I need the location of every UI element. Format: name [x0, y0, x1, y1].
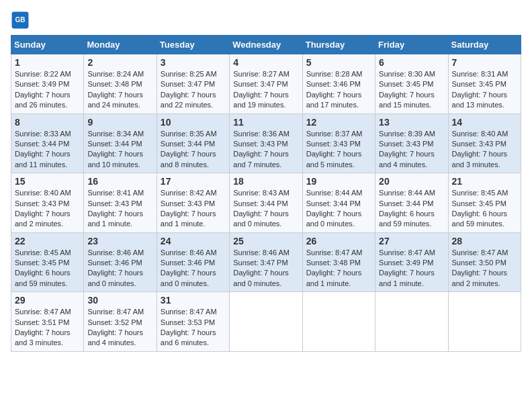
day-info: Sunrise: 8:30 AMSunset: 3:45 PMDaylight:… [379, 69, 444, 111]
day-number: 26 [306, 236, 371, 246]
day-info: Sunrise: 8:47 AMSunset: 3:50 PMDaylight:… [452, 248, 517, 289]
day-info: Sunrise: 8:31 AMSunset: 3:45 PMDaylight:… [452, 69, 517, 111]
day-cell-26: 26Sunrise: 8:47 AMSunset: 3:48 PMDayligh… [302, 232, 375, 292]
day-cell-23: 23Sunrise: 8:46 AMSunset: 3:46 PMDayligh… [84, 232, 157, 292]
day-number: 31 [161, 295, 226, 306]
day-cell-10: 10Sunrise: 8:35 AMSunset: 3:44 PMDayligh… [157, 113, 229, 173]
day-info: Sunrise: 8:37 AMSunset: 3:43 PMDaylight:… [306, 129, 371, 171]
day-cell-11: 11Sunrise: 8:36 AMSunset: 3:43 PMDayligh… [230, 113, 302, 173]
day-cell-13: 13Sunrise: 8:39 AMSunset: 3:43 PMDayligh… [375, 113, 448, 173]
day-info: Sunrise: 8:44 AMSunset: 3:44 PMDaylight:… [306, 188, 371, 230]
day-info: Sunrise: 8:44 AMSunset: 3:44 PMDaylight:… [379, 188, 444, 230]
day-cell-31: 31Sunrise: 8:47 AMSunset: 3:53 PMDayligh… [157, 292, 229, 352]
day-info: Sunrise: 8:27 AMSunset: 3:47 PMDaylight:… [233, 69, 298, 111]
day-number: 30 [87, 295, 152, 306]
day-number: 19 [306, 176, 371, 187]
day-info: Sunrise: 8:45 AMSunset: 3:45 PMDaylight:… [452, 188, 517, 230]
day-cell-2: 2Sunrise: 8:24 AMSunset: 3:48 PMDaylight… [84, 54, 157, 114]
day-info: Sunrise: 8:45 AMSunset: 3:45 PMDaylight:… [15, 248, 80, 289]
day-number: 18 [233, 176, 298, 187]
day-number: 11 [233, 117, 298, 128]
week-row-2: 8Sunrise: 8:33 AMSunset: 3:44 PMDaylight… [11, 113, 521, 173]
day-cell-29: 29Sunrise: 8:47 AMSunset: 3:51 PMDayligh… [11, 292, 84, 352]
day-info: Sunrise: 8:35 AMSunset: 3:44 PMDaylight:… [161, 129, 226, 171]
day-number: 28 [452, 236, 517, 246]
day-info: Sunrise: 8:46 AMSunset: 3:47 PMDaylight:… [233, 248, 298, 289]
week-row-3: 15Sunrise: 8:40 AMSunset: 3:43 PMDayligh… [11, 173, 521, 233]
day-number: 15 [15, 176, 80, 187]
day-cell-9: 9Sunrise: 8:34 AMSunset: 3:44 PMDaylight… [84, 113, 157, 173]
day-number: 2 [87, 57, 152, 68]
empty-cell [448, 292, 521, 352]
empty-cell [230, 292, 302, 352]
column-header-wednesday: Wednesday [230, 36, 302, 54]
day-number: 16 [87, 176, 152, 187]
day-cell-18: 18Sunrise: 8:43 AMSunset: 3:44 PMDayligh… [230, 173, 302, 233]
column-header-thursday: Thursday [302, 36, 375, 54]
day-info: Sunrise: 8:33 AMSunset: 3:44 PMDaylight:… [15, 129, 80, 171]
day-cell-28: 28Sunrise: 8:47 AMSunset: 3:50 PMDayligh… [448, 232, 521, 292]
day-number: 20 [379, 176, 444, 187]
day-number: 4 [233, 57, 298, 68]
day-cell-7: 7Sunrise: 8:31 AMSunset: 3:45 PMDaylight… [448, 54, 521, 114]
day-cell-14: 14Sunrise: 8:40 AMSunset: 3:43 PMDayligh… [448, 113, 521, 173]
day-cell-19: 19Sunrise: 8:44 AMSunset: 3:44 PMDayligh… [302, 173, 375, 233]
day-cell-6: 6Sunrise: 8:30 AMSunset: 3:45 PMDaylight… [375, 54, 448, 114]
logo: GB [11, 11, 32, 30]
calendar-table: SundayMondayTuesdayWednesdayThursdayFrid… [11, 35, 521, 352]
header-row: SundayMondayTuesdayWednesdayThursdayFrid… [11, 36, 521, 54]
day-cell-4: 4Sunrise: 8:27 AMSunset: 3:47 PMDaylight… [230, 54, 302, 114]
day-info: Sunrise: 8:43 AMSunset: 3:44 PMDaylight:… [233, 188, 298, 230]
day-cell-12: 12Sunrise: 8:37 AMSunset: 3:43 PMDayligh… [302, 113, 375, 173]
column-header-sunday: Sunday [11, 36, 84, 54]
column-header-monday: Monday [84, 36, 157, 54]
day-cell-3: 3Sunrise: 8:25 AMSunset: 3:47 PMDaylight… [157, 54, 229, 114]
day-cell-17: 17Sunrise: 8:42 AMSunset: 3:43 PMDayligh… [157, 173, 229, 233]
day-number: 25 [233, 236, 298, 246]
day-cell-21: 21Sunrise: 8:45 AMSunset: 3:45 PMDayligh… [448, 173, 521, 233]
day-cell-25: 25Sunrise: 8:46 AMSunset: 3:47 PMDayligh… [230, 232, 302, 292]
day-number: 17 [161, 176, 226, 187]
day-number: 29 [15, 295, 80, 306]
day-info: Sunrise: 8:34 AMSunset: 3:44 PMDaylight:… [87, 129, 152, 171]
column-header-saturday: Saturday [448, 36, 521, 54]
day-cell-27: 27Sunrise: 8:47 AMSunset: 3:49 PMDayligh… [375, 232, 448, 292]
day-number: 6 [379, 57, 444, 68]
empty-cell [302, 292, 375, 352]
day-number: 21 [452, 176, 517, 187]
day-info: Sunrise: 8:47 AMSunset: 3:53 PMDaylight:… [161, 307, 226, 349]
day-cell-8: 8Sunrise: 8:33 AMSunset: 3:44 PMDaylight… [11, 113, 84, 173]
day-info: Sunrise: 8:28 AMSunset: 3:46 PMDaylight:… [306, 69, 371, 111]
column-header-friday: Friday [375, 36, 448, 54]
day-info: Sunrise: 8:46 AMSunset: 3:46 PMDaylight:… [161, 248, 226, 289]
day-info: Sunrise: 8:47 AMSunset: 3:52 PMDaylight:… [87, 307, 152, 349]
day-cell-22: 22Sunrise: 8:45 AMSunset: 3:45 PMDayligh… [11, 232, 84, 292]
day-info: Sunrise: 8:22 AMSunset: 3:49 PMDaylight:… [15, 69, 80, 111]
day-cell-1: 1Sunrise: 8:22 AMSunset: 3:49 PMDaylight… [11, 54, 84, 114]
day-info: Sunrise: 8:25 AMSunset: 3:47 PMDaylight:… [161, 69, 226, 111]
day-cell-15: 15Sunrise: 8:40 AMSunset: 3:43 PMDayligh… [11, 173, 84, 233]
column-header-tuesday: Tuesday [157, 36, 229, 54]
week-row-4: 22Sunrise: 8:45 AMSunset: 3:45 PMDayligh… [11, 232, 521, 292]
day-number: 13 [379, 117, 444, 128]
day-number: 10 [161, 117, 226, 128]
day-info: Sunrise: 8:47 AMSunset: 3:48 PMDaylight:… [306, 248, 371, 289]
day-cell-5: 5Sunrise: 8:28 AMSunset: 3:46 PMDaylight… [302, 54, 375, 114]
day-number: 23 [87, 236, 152, 246]
day-info: Sunrise: 8:42 AMSunset: 3:43 PMDaylight:… [161, 188, 226, 230]
day-info: Sunrise: 8:47 AMSunset: 3:51 PMDaylight:… [15, 307, 80, 349]
svg-text:GB: GB [15, 16, 25, 24]
day-cell-30: 30Sunrise: 8:47 AMSunset: 3:52 PMDayligh… [84, 292, 157, 352]
empty-cell [375, 292, 448, 352]
day-number: 14 [452, 117, 517, 128]
day-number: 24 [161, 236, 226, 246]
day-number: 8 [15, 117, 80, 128]
day-number: 12 [306, 117, 371, 128]
page-header: GB [11, 11, 521, 30]
day-cell-24: 24Sunrise: 8:46 AMSunset: 3:46 PMDayligh… [157, 232, 229, 292]
day-info: Sunrise: 8:40 AMSunset: 3:43 PMDaylight:… [15, 188, 80, 230]
day-info: Sunrise: 8:47 AMSunset: 3:49 PMDaylight:… [379, 248, 444, 289]
day-cell-20: 20Sunrise: 8:44 AMSunset: 3:44 PMDayligh… [375, 173, 448, 233]
day-number: 1 [15, 57, 80, 68]
day-number: 3 [161, 57, 226, 68]
